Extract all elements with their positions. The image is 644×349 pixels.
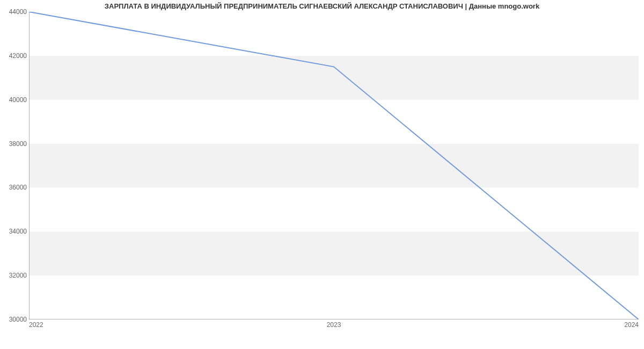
y-tick-label: 32000 bbox=[3, 272, 27, 279]
chart-plot-area bbox=[29, 12, 639, 319]
svg-rect-4 bbox=[29, 100, 639, 144]
chart-svg bbox=[29, 12, 639, 319]
svg-rect-0 bbox=[29, 275, 639, 319]
x-tick-label: 2024 bbox=[624, 321, 639, 329]
svg-rect-2 bbox=[29, 187, 639, 231]
y-tick-label: 42000 bbox=[3, 52, 27, 60]
svg-rect-6 bbox=[29, 12, 639, 56]
y-tick-label: 44000 bbox=[3, 8, 27, 16]
y-tick-label: 40000 bbox=[3, 96, 27, 104]
salary-line-chart: ЗАРПЛАТА В ИНДИВИДУАЛЬНЫЙ ПРЕДПРИНИМАТЕЛ… bbox=[0, 0, 644, 338]
svg-rect-3 bbox=[29, 144, 639, 188]
x-tick-label: 2023 bbox=[327, 321, 341, 329]
y-tick-label: 38000 bbox=[3, 140, 27, 148]
x-tick-label: 2022 bbox=[29, 321, 43, 329]
y-tick-label: 34000 bbox=[3, 228, 27, 235]
y-tick-label: 36000 bbox=[3, 184, 27, 191]
chart-title: ЗАРПЛАТА В ИНДИВИДУАЛЬНЫЙ ПРЕДПРИНИМАТЕЛ… bbox=[0, 2, 644, 10]
svg-rect-1 bbox=[29, 231, 639, 275]
svg-rect-5 bbox=[29, 56, 639, 100]
y-tick-label: 30000 bbox=[3, 316, 27, 323]
